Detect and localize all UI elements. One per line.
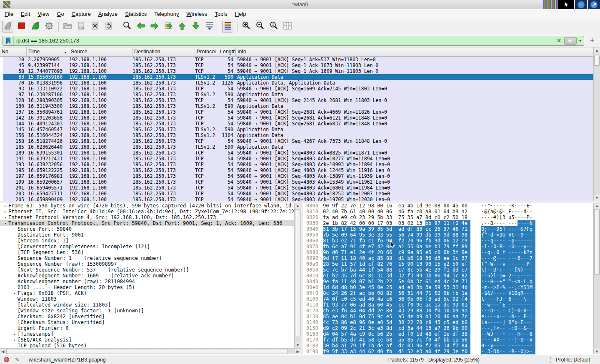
hex-row[interactable]: 00909d f7 11 18 40 ac 85 88 d1 b6 18 36 … (303, 255, 593, 261)
expander-collapsed-icon[interactable]: ▸ (2, 214, 8, 220)
packet-row[interactable]: 13016.311943300192.168.1.100185.162.250.… (0, 103, 593, 109)
menu-telephony[interactable]: Telephony (150, 10, 182, 18)
detail-line[interactable]: ▸[Timestamps] (0, 331, 294, 337)
scroll-right-icon[interactable]: ▶ (295, 349, 301, 354)
scrollbar-thumb[interactable] (594, 56, 600, 66)
menu-analyze[interactable]: Analyze (95, 10, 121, 18)
zoom-original-button[interactable] (268, 21, 279, 32)
expander-collapsed-icon[interactable]: ▸ (12, 337, 18, 343)
column-header-src[interactable]: Source (69, 47, 132, 56)
scrollbar-thumb[interactable] (295, 209, 300, 336)
scrollbar-thumb[interactable] (594, 209, 600, 275)
hex-row[interactable]: 001002 40 7b 61 40 00 40 06 46 fa c0 a8 … (303, 209, 593, 214)
packet-row[interactable]: 14216.391203658192.168.1.100185.162.250.… (0, 115, 593, 121)
expander-collapsed-icon[interactable]: ▸ (12, 290, 18, 296)
detail-line[interactable]: Acknowledgment number (raw): 2811084994 (0, 279, 294, 284)
packet-row[interactable]: 6315.955059160192.168.1.100185.162.250.1… (0, 74, 593, 80)
filter-input[interactable] (14, 37, 555, 44)
scroll-up-icon[interactable]: ▲ (594, 47, 600, 53)
hex-row[interactable]: 00c0e1 b2 35 7d 6c 81 31 3d 32 f3 09 3b … (303, 273, 593, 279)
scroll-down-icon[interactable]: ▼ (295, 342, 301, 348)
capture-comment-icon[interactable]: ✎ (15, 357, 20, 363)
menu-go[interactable]: Go (53, 10, 68, 18)
cursor-tool-icon[interactable] (558, 0, 574, 9)
detail-line[interactable]: 0101 .... = Header Length: 20 bytes (5) (0, 284, 294, 290)
maximize-button[interactable] (588, 0, 600, 9)
column-header-proto[interactable]: Protocol (195, 47, 218, 56)
menu-view[interactable]: View (34, 10, 53, 18)
expert-info-icon[interactable] (4, 357, 9, 362)
expander-collapsed-icon[interactable]: ▸ (2, 209, 8, 214)
packet-row[interactable]: 15816.518274426192.168.1.100185.162.250.… (0, 138, 593, 144)
resize-columns-button[interactable] (282, 21, 293, 32)
packet-row[interactable]: 14416.409124303192.168.1.100185.162.250.… (0, 121, 593, 127)
hex-row[interactable]: 0170f7 df b5 d7 41 58 ce b8 a5 85 7c f0 … (303, 337, 593, 343)
detail-line[interactable]: Destination Port: 9001 (0, 232, 294, 238)
packet-row[interactable]: 9316.133110922192.168.1.100185.162.250.1… (0, 86, 593, 92)
hex-row[interactable]: 006081 b3 e2 71 fa c1 f6 90 f2 70 96 fb … (303, 238, 593, 244)
packet-row[interactable]: 20316.659427711192.168.1.100185.162.250.… (0, 191, 593, 197)
expander-expanded-icon[interactable]: ▾ (2, 220, 8, 226)
capture-options-button[interactable] (43, 21, 55, 32)
column-header-len[interactable]: Length (218, 47, 236, 56)
file-open-button[interactable] (62, 21, 73, 32)
profile-label[interactable]: Profile: Default (556, 357, 596, 363)
hex-row[interactable]: 0110f1 93 77 06 ad 8a 60 45 cc f0 9e ac … (303, 302, 593, 308)
menu-statistics[interactable]: Statistics (121, 10, 150, 18)
file-close-button[interactable] (89, 21, 100, 32)
detail-line[interactable]: ▸[SEQ/ACK analysis] (0, 337, 294, 343)
packet-row[interactable]: 13716.350894761192.168.1.100185.162.250.… (0, 109, 593, 115)
file-reload-button[interactable] (103, 21, 114, 32)
hex-row[interactable]: 00809b d0 71 e1 2e 4f 20 66 c9 9a 85 e5 … (303, 249, 593, 255)
detail-line[interactable]: [Next Sequence Number: 537 (relative seq… (0, 267, 294, 273)
hex-vscrollbar[interactable]: ▲ ▼ (593, 203, 600, 354)
packet-row[interactable]: 19716.659176981192.168.1.100185.162.250.… (0, 173, 593, 179)
hex-row[interactable]: 00d09e fa 11 48 07 b1 2b 22 5e 0b 3c 61 … (303, 279, 593, 284)
packet-row[interactable]: 19916.659200657192.168.1.100185.162.250.… (0, 179, 593, 185)
add-filter-button[interactable]: + (587, 36, 598, 45)
packet-row[interactable]: 19316.639232056192.168.1.100185.162.250.… (0, 162, 593, 167)
detail-line[interactable]: [Stream index: 3] (0, 238, 294, 244)
packet-row[interactable]: 18516.623626440192.168.1.100185.162.250.… (0, 144, 593, 150)
auto-scroll-button[interactable] (204, 21, 215, 32)
detail-hscrollbar[interactable]: ◀ ▶ (0, 348, 301, 354)
hex-row[interactable]: 000090 9f 22 7e 12 98 00 16 ea 4b 1d 9e … (303, 203, 593, 209)
minimize-button[interactable]: – (575, 0, 587, 9)
detail-line[interactable]: ▸Ethernet II, Src: IntelCor_4b:1d:9e (00… (0, 209, 294, 214)
hex-row[interactable]: 00f08c 24 26 2f ac bb 08 82 56 31 44 71 … (303, 290, 593, 296)
packet-row[interactable]: 14516.457460547192.168.1.100185.162.250.… (0, 127, 593, 132)
apply-filter-button[interactable] (564, 37, 577, 45)
packet-row[interactable]: 15616.516044324192.168.1.100185.162.250.… (0, 132, 593, 138)
detail-line[interactable]: [TCP Segment Len: 536] (0, 249, 294, 255)
menu-file[interactable]: File (1, 10, 17, 18)
detail-line[interactable]: ▾Transmission Control Protocol, Src Port… (0, 220, 294, 226)
file-save-button[interactable]: 0101 (75, 21, 87, 32)
detail-line[interactable]: ▸Flags: 0x018 (PSH, ACK) (0, 290, 294, 296)
go-last-button[interactable] (190, 21, 201, 32)
hex-row[interactable]: 010074 0f c0 c5 ed 46 4a c6 36 0b 06 f3 … (303, 296, 593, 302)
expander-collapsed-icon[interactable]: ▸ (12, 331, 18, 337)
packet-row[interactable]: 5812.744077093192.168.1.100185.162.250.1… (0, 68, 593, 74)
packet-row[interactable]: 18916.639155301192.168.1.100185.162.250.… (0, 150, 593, 156)
clear-filter-icon[interactable]: ✕ (555, 37, 562, 44)
packet-row[interactable]: 7016.013831996192.168.1.100185.162.250.1… (0, 80, 593, 86)
detail-line[interactable]: Sequence Number (raw): 1530098997 (0, 261, 294, 267)
hex-row[interactable]: 004051 3b 17 15 9a 39 35 5d ad df 83 cc … (303, 226, 593, 232)
detail-vscrollbar[interactable]: ▲ ▼ (294, 203, 301, 348)
go-first-button[interactable] (176, 21, 188, 32)
hex-row[interactable]: 0160d4 04 57 4a c9 8c b6 2b ed f0 1d 48 … (303, 331, 593, 337)
detail-line[interactable]: [Calculated window size: 11803] (0, 302, 294, 308)
hex-row[interactable]: 0120cb e3 f6 44 04 dd 2e 80 43 29 88 30 … (303, 308, 593, 314)
hex-row[interactable]: 00302e 1b 82 42 00 00 17 03 03 02 13 bb … (303, 220, 593, 226)
filter-dropdown-caret-icon[interactable]: ▾ (578, 38, 582, 43)
capture-restart-button[interactable] (30, 21, 41, 32)
scroll-up-icon[interactable]: ▲ (295, 203, 301, 209)
scroll-down-icon[interactable]: ▼ (594, 195, 600, 201)
go-back-button[interactable] (135, 21, 146, 32)
hex-row[interactable]: 0150d9 c2 09 2c 21 3c e3 8d cd 3a 44 13 … (303, 325, 593, 331)
column-header-time[interactable]: Time▼ (27, 47, 69, 56)
expander-collapsed-icon[interactable]: ▸ (2, 203, 8, 209)
go-to-packet-button[interactable] (162, 21, 174, 32)
zoom-in-button[interactable] (240, 21, 252, 32)
packet-row[interactable]: 102.267959005192.168.1.100185.162.250.17… (0, 57, 593, 62)
